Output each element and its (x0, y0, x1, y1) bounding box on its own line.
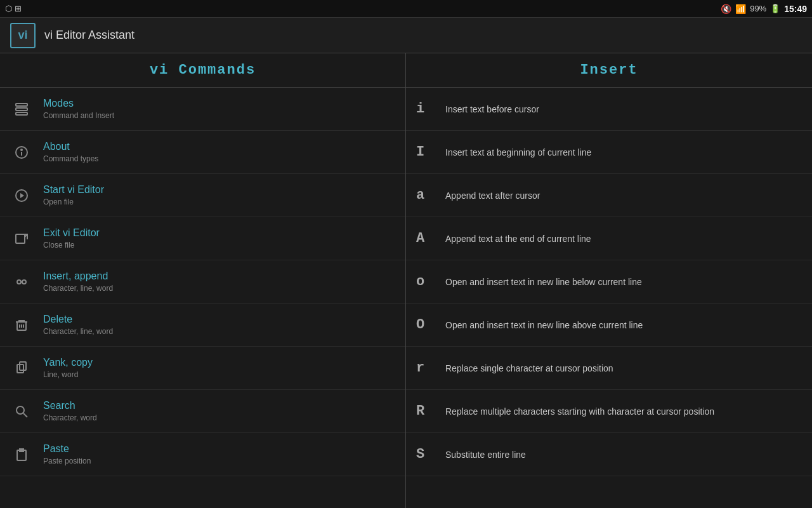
modes-sublabel: Command and Insert (43, 111, 114, 120)
signal-icon: 📶 (735, 4, 746, 14)
cmd-key-O: O (416, 317, 435, 333)
cmd-desc-S: Substitute entire line (445, 450, 526, 460)
yank-copy-icon (10, 357, 33, 380)
about-label: About (43, 141, 98, 152)
left-panel-header: vi Commands (0, 53, 405, 88)
menu-item-yank-copy[interactable]: Yank, copy Line, word (0, 347, 405, 390)
cmd-row-i: i Insert text before cursor (406, 88, 812, 131)
status-bar: ⬡ ⊞ 🔇 📶 99% 🔋 15:49 (0, 0, 812, 18)
insert-append-text: Insert, append Character, line, word (43, 271, 113, 293)
paste-sublabel: Paste position (43, 457, 91, 465)
insert-append-sublabel: Character, line, word (43, 284, 113, 293)
menu-item-delete[interactable]: Delete Character, line, word (0, 304, 405, 347)
cmd-key-I: I (416, 144, 435, 160)
cmd-key-a: a (416, 187, 435, 203)
cmd-desc-o: Open and insert text in new line below c… (445, 277, 642, 287)
svg-point-5 (21, 149, 22, 150)
cmd-desc-O: Open and insert text in new line above c… (445, 320, 643, 330)
cmd-key-R: R (416, 403, 435, 419)
main-content: vi Commands Modes Command and Insert (0, 53, 812, 508)
yank-copy-sublabel: Line, word (43, 370, 93, 379)
delete-text: Delete Character, line, word (43, 314, 113, 336)
svg-point-16 (16, 406, 24, 414)
cmd-key-i: i (416, 101, 435, 117)
cmd-key-o: o (416, 274, 435, 290)
about-text: About Command types (43, 141, 98, 163)
insert-append-label: Insert, append (43, 271, 113, 282)
search-text: Search Character, word (43, 400, 97, 422)
status-time: 15:49 (784, 4, 807, 14)
cmd-row-r: r Replace single character at cursor pos… (406, 347, 812, 390)
cmd-row-O: O Open and insert text in new line above… (406, 304, 812, 347)
svg-rect-1 (16, 108, 27, 110)
battery-percent: 99% (750, 4, 766, 13)
cmd-row-a: a Append text after cursor (406, 174, 812, 217)
cmd-desc-r: Replace single character at cursor posit… (445, 363, 613, 373)
yank-copy-text: Yank, copy Line, word (43, 357, 93, 379)
cmd-desc-i: Insert text before cursor (445, 104, 539, 114)
grid-icon: ⊞ (15, 4, 22, 13)
start-editor-text: Start vi Editor Open file (43, 184, 104, 206)
status-left-icons: ⬡ ⊞ (5, 4, 22, 13)
yank-copy-label: Yank, copy (43, 357, 93, 368)
cmd-row-A: A Append text at the end of current line (406, 217, 812, 260)
delete-icon (10, 314, 33, 337)
svg-point-8 (17, 280, 21, 284)
usb-icon: ⬡ (5, 4, 12, 13)
app-bar: vi vi Editor Assistant (0, 18, 812, 53)
cmd-desc-a: Append text after cursor (445, 190, 540, 201)
cmd-row-R: R Replace multiple characters starting w… (406, 390, 812, 433)
paste-icon (10, 443, 33, 466)
menu-item-start-editor[interactable]: Start vi Editor Open file (0, 174, 405, 217)
start-editor-label: Start vi Editor (43, 184, 104, 196)
battery-icon: 🔋 (770, 4, 780, 13)
paste-text: Paste Paste position (43, 443, 91, 465)
start-editor-sublabel: Open file (43, 197, 104, 206)
cmd-row-S: S Substitute entire line (406, 433, 812, 476)
app-logo: vi (10, 23, 36, 48)
cmd-row-I: I Insert text at beginning of current li… (406, 131, 812, 174)
search-icon (10, 400, 33, 423)
status-right-icons: 🔇 📶 99% 🔋 15:49 (721, 4, 807, 14)
about-sublabel: Command types (43, 154, 98, 163)
left-panel: vi Commands Modes Command and Insert (0, 53, 406, 508)
cmd-desc-A: Append text at the end of current line (445, 234, 591, 244)
menu-item-insert-append[interactable]: Insert, append Character, line, word (0, 260, 405, 304)
search-label: Search (43, 400, 97, 411)
right-panel: Insert i Insert text before cursor I Ins… (406, 53, 812, 508)
menu-item-exit-editor[interactable]: Exit vi Editor Close file (0, 217, 405, 260)
cmd-row-o: o Open and insert text in new line below… (406, 260, 812, 304)
menu-item-paste[interactable]: Paste Paste position (0, 433, 405, 476)
exit-editor-icon (10, 227, 33, 250)
insert-append-icon (10, 271, 33, 293)
menu-item-modes[interactable]: Modes Command and Insert (0, 88, 405, 131)
about-icon (10, 141, 33, 164)
exit-editor-sublabel: Close file (43, 241, 100, 250)
modes-text: Modes Command and Insert (43, 98, 114, 120)
svg-rect-7 (16, 234, 25, 243)
exit-editor-label: Exit vi Editor (43, 227, 100, 239)
cmd-desc-I: Insert text at beginning of current line (445, 147, 591, 157)
cmd-desc-R: Replace multiple characters starting wit… (445, 406, 714, 417)
exit-editor-text: Exit vi Editor Close file (43, 227, 100, 250)
svg-rect-0 (16, 104, 27, 106)
menu-item-about[interactable]: About Command types (0, 131, 405, 174)
search-sublabel: Character, word (43, 413, 97, 422)
cmd-key-A: A (416, 231, 435, 246)
delete-label: Delete (43, 314, 113, 325)
svg-point-9 (22, 280, 26, 284)
svg-line-17 (23, 413, 27, 417)
modes-label: Modes (43, 98, 114, 109)
delete-sublabel: Character, line, word (43, 327, 113, 336)
start-editor-icon (10, 184, 33, 207)
svg-rect-2 (16, 112, 27, 115)
paste-label: Paste (43, 443, 91, 455)
modes-icon (10, 98, 33, 121)
cmd-key-r: r (416, 360, 435, 376)
cmd-key-S: S (416, 446, 435, 462)
app-title: vi Editor Assistant (44, 29, 134, 42)
right-panel-header: Insert (406, 53, 812, 88)
mute-icon: 🔇 (721, 4, 731, 14)
menu-item-search[interactable]: Search Character, word (0, 390, 405, 433)
